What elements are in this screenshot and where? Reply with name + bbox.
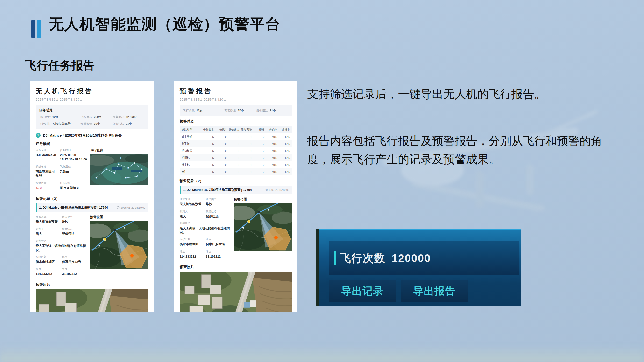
table-cell: 40% [264,149,277,152]
table-cell: 2 [252,149,264,152]
table-cell: 0 [214,156,226,159]
field-label: 经度 [180,250,204,253]
stat-value: 31个 [270,109,276,112]
warning-record-header: 1. DJI Matrice 4E-耕地违法施工识别预警 | 17594 202… [180,186,292,194]
table-header-cell: 误报 [252,128,264,131]
warning-record-header: 1. DJI Matrice 4E-耕地违法施工识别预警 | 17594 202… [36,203,148,212]
table-cell: 2 [252,163,264,166]
warning-location-label: 预警位置 [234,197,292,202]
table-cell: 2 [226,170,239,173]
warning-photo-image [36,289,148,312]
table-row: 脚手架5021240%40% [180,140,292,147]
table-cell: 2 [252,170,264,173]
task-index-badge: 1 [36,133,40,138]
table-cell: 5 [201,170,214,173]
table-cell: 40% [277,135,290,138]
table-cell: 挖掘机 [182,156,201,160]
table-body: 砂土堆积5021240%40%脚手架5021240%40%活动板房5021240… [180,133,292,175]
flight-report-card: 无人机飞行报告 2025年3月15日-2025年3月20日 任务总览 飞行次数1… [30,81,154,312]
warning-record-title: 1. DJI Matrice 4E-耕地违法施工识别预警 | 17594 [183,188,252,192]
grass-decoration [76,312,84,362]
field: 预警数量 2 [36,181,58,190]
export-records-button[interactable]: 导出记录 [329,280,396,302]
field-label: 地点 [62,255,87,259]
field-value: 114.233212 [36,272,60,276]
field-label: 违法类型 [62,215,87,219]
stat-label: 疑似违法 [256,109,268,112]
stat-value: 31个 [126,122,132,125]
field-label: 纬度 [62,267,87,271]
clock-icon [260,188,264,191]
field: 经度114.233212 [36,267,60,276]
page-title: 无人机智能监测（巡检）预警平台 [49,14,280,34]
field-value: 38.192212 [206,254,231,259]
table-row: 推土机5021240%40% [180,161,292,168]
table-cell: 2 [252,135,264,138]
flight-track-map-image [90,154,148,185]
table-cell: 40% [264,163,277,166]
field-value: 疑似违法 [206,214,231,219]
stat: 飞行次数12次 [39,115,81,119]
field-label: 违法类型 [206,197,231,201]
stat-value: 7小时3分45秒 [52,122,70,125]
flight-count-stat: 飞行次数 120000 [329,241,519,275]
field-label: 经度 [36,267,60,271]
table-cell: 40% [277,163,290,166]
field-value: 南瓜电巡田用航线 [36,169,58,178]
slide: { "slide": { "title": "无人机智能监测（巡检）预警平台",… [0,0,644,362]
opinion-label: 研判意见 [36,239,87,243]
table-cell: 活动板房 [182,149,201,153]
warning-stats: 飞行次数12次预警数量70个疑似违法31个 [183,108,288,113]
table-row: 合计5021240%40% [180,168,292,175]
warning-location-label: 预警位置 [90,215,148,219]
field-value: 2025-03-20 15:17:39~15:24:09 [60,153,87,161]
stat-label: 飞行里程 [81,115,92,119]
opinion-text: 经人工判读，该地点的确存有违法情况。 [36,244,87,252]
table-cell: 40% [264,156,277,159]
field: 研判人熊大 [36,227,60,236]
warning-record-time: 2025-03-20 15:19:00 [260,188,289,191]
stat-label: 飞行次数 [39,115,51,119]
stat-accent-bar [334,251,336,265]
stat: 飞行次数12次 [183,108,224,113]
table-cell: 2 [226,156,239,159]
field-label: 飞行里程 [60,165,87,168]
table-cell: 2 [252,142,264,145]
stat-label: 飞行时长 [39,122,51,125]
stat: 飞行里程25km [81,115,112,119]
table-cell: 40% [277,156,290,159]
stat-value: 12.5km² [126,115,137,119]
warning-location-map-image [234,203,292,251]
table-header-cell: 违法类型 [182,128,201,131]
table-cell: 2 [226,163,239,166]
table-header-row: 违法类型全部数量待研判疑似违法重复预警误报准确率误报率 [180,126,292,133]
task-fields: 设备名称DJI Matrice 4E任务时间2025-03-20 15:17:3… [36,148,87,193]
table-header-cell: 误报率 [277,128,290,131]
flight-report-title: 无人机飞行报告 [36,87,148,96]
grass-decoration [608,210,614,362]
table-row: 挖掘机5021240%40% [180,154,292,161]
stat-label: 覆盖面积 [112,115,124,119]
table-cell: 1 [239,149,252,152]
field: 违法类型堆沙 [62,215,87,224]
table-cell: 砂土堆积 [182,135,201,138]
grass-decoration [425,303,438,362]
stat: 预警数量70个 [224,108,256,113]
task-overview-box: 任务总览 飞行次数12次飞行里程25km覆盖面积12.5km²飞行时长7小时3分… [36,105,148,129]
description-block: 支持筛选记录后，一键导出无人机的飞行报告。 报告内容包括飞行报告及预警报告，分别… [307,85,624,168]
field-label: 预警来源 [180,197,204,201]
warning-report-date-range: 2025年3月15日-2025年3月20日 [180,97,292,102]
field: 预警来源无人机智能预警 [180,197,204,206]
table-row: 砂土堆积5021240%40% [180,133,292,140]
field-label: 行政区划 [36,255,60,259]
field: 飞行里程7.5km [60,165,87,178]
export-report-button[interactable]: 导出报告 [401,280,468,302]
table-cell: 40% [264,142,277,145]
field: 行政区划衡水市桃城区 [36,255,60,264]
table-cell: 脚手架 [182,142,201,145]
title-accent-bar-light [37,20,41,38]
table-cell: 1 [239,163,252,166]
grass-decoration [526,259,535,362]
warning-photo-image [180,272,292,312]
stat: 疑似违法31个 [256,108,288,113]
